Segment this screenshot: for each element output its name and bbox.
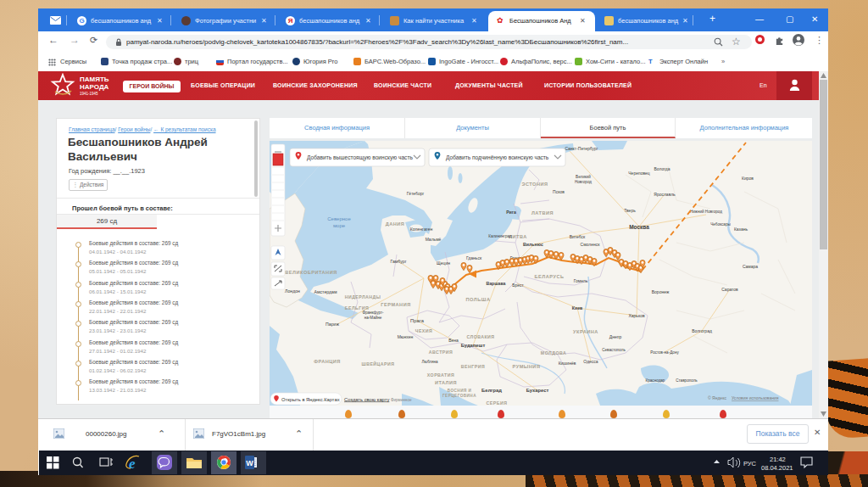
svg-text:Копенгаген: Копенгаген bbox=[410, 227, 433, 232]
svg-text:21:42: 21:42 bbox=[770, 456, 786, 463]
svg-text:Чебоксары: Чебоксары bbox=[710, 222, 731, 227]
svg-text:Нижний Новгород: Нижний Новгород bbox=[690, 209, 722, 214]
svg-text:Калининград: Калининград bbox=[488, 234, 512, 238]
svg-text:Днепр: Днепр bbox=[609, 334, 622, 339]
svg-text:Фирменное: Фирменное bbox=[391, 398, 412, 402]
svg-text:Казань: Казань bbox=[734, 227, 748, 232]
svg-text:Витебск: Витебск bbox=[570, 234, 586, 239]
svg-text:Вильнюс: Вильнюс bbox=[523, 242, 543, 247]
svg-text:Одесса: Одесса bbox=[583, 359, 598, 364]
svg-text:Воронеж: Воронеж bbox=[652, 289, 670, 294]
svg-text:НИДЕРЛАНДЫ: НИДЕРЛАНДЫ bbox=[345, 294, 381, 299]
svg-text:Амстердам: Амстердам bbox=[314, 289, 337, 294]
svg-text:Харьков: Харьков bbox=[628, 313, 645, 318]
svg-text:Москва: Москва bbox=[629, 224, 649, 230]
svg-text:Смоленск: Смоленск bbox=[581, 242, 601, 247]
svg-text:e: e bbox=[129, 456, 136, 472]
svg-text:БЕЛАРУСЬ: БЕЛАРУСЬ bbox=[535, 274, 565, 279]
svg-text:УКРАИНА: УКРАИНА bbox=[573, 329, 598, 334]
svg-text:Псков: Псков bbox=[553, 189, 565, 194]
svg-text:Вологда: Вологда bbox=[654, 166, 670, 171]
svg-text:Гданьск: Гданьск bbox=[466, 255, 482, 260]
svg-text:Рига: Рига bbox=[506, 210, 516, 215]
svg-text:Гамбург: Гамбург bbox=[390, 259, 406, 264]
svg-text:Санкт-Петербург: Санкт-Петербург bbox=[565, 146, 598, 151]
svg-text:Мальмё: Мальмё bbox=[426, 237, 442, 242]
svg-text:W: W bbox=[246, 459, 253, 467]
svg-text:Саратов: Саратов bbox=[721, 287, 738, 292]
svg-text:БОСНИЯ И: БОСНИЯ И bbox=[448, 389, 472, 393]
svg-text:Северное: Северное bbox=[327, 216, 351, 221]
svg-text:РУС: РУС bbox=[743, 460, 757, 467]
svg-text:Самара: Самара bbox=[743, 264, 758, 269]
svg-text:Киров: Киров bbox=[742, 176, 754, 181]
svg-text:Великий: Великий bbox=[576, 174, 591, 179]
svg-text:на-Майне: на-Майне bbox=[364, 315, 382, 320]
svg-text:Франкфурт-: Франкфурт- bbox=[362, 311, 384, 315]
svg-text:Варшава: Варшава bbox=[486, 281, 505, 286]
svg-text:Новгород: Новгород bbox=[575, 180, 592, 184]
svg-text:Мюнхен: Мюнхен bbox=[398, 334, 414, 339]
svg-text:СЛОВАКИЯ: СЛОВАКИЯ bbox=[466, 334, 494, 339]
svg-text:Лондон: Лондон bbox=[285, 288, 300, 294]
svg-text:Бухарест: Бухарест bbox=[526, 388, 549, 393]
svg-text:Вена: Вена bbox=[448, 338, 459, 343]
svg-text:Краснодар: Краснодар bbox=[646, 378, 665, 383]
svg-text:Добавить вышестоящую воинскую: Добавить вышестоящую воинскую часть bbox=[307, 154, 413, 161]
svg-text:море: море bbox=[333, 223, 346, 228]
svg-text:Гётеборг: Гётеборг bbox=[407, 191, 425, 196]
svg-text:ФРАНЦИЯ: ФРАНЦИЯ bbox=[314, 359, 341, 364]
svg-text:ВЕНГРИЯ: ВЕНГРИЯ bbox=[461, 364, 485, 369]
svg-text:ИТАЛИЯ: ИТАЛИЯ bbox=[435, 380, 457, 385]
svg-text:Создать свою карту: Создать свою карту bbox=[344, 397, 389, 402]
svg-text:08.04.2021: 08.04.2021 bbox=[761, 464, 793, 472]
svg-text:ЧЕХИЯ: ЧЕХИЯ bbox=[415, 328, 433, 333]
svg-text:Белград: Белград bbox=[481, 388, 502, 393]
svg-text:Ярославль: Ярославль bbox=[654, 192, 676, 197]
svg-text:ЛАТВИЯ: ЛАТВИЯ bbox=[531, 210, 554, 216]
svg-text:ШВЕЙЦАРИЯ: ШВЕЙЦАРИЯ bbox=[361, 361, 394, 367]
svg-text:ПОЛЬША: ПОЛЬША bbox=[466, 297, 491, 302]
svg-text:Ставрополь: Ставрополь bbox=[676, 378, 698, 383]
svg-text:ДАНИЯ: ДАНИЯ bbox=[386, 221, 405, 227]
svg-text:МОЛДОВА: МОЛДОВА bbox=[541, 350, 566, 355]
svg-text:Прага: Прага bbox=[410, 318, 425, 323]
svg-text:ХОРВАТИЯ: ХОРВАТИЯ bbox=[427, 372, 454, 378]
svg-text:Гомель: Гомель bbox=[574, 278, 588, 283]
svg-text:ЭСТОНИЯ: ЭСТОНИЯ bbox=[521, 182, 548, 187]
svg-text:Любляна: Любляна bbox=[421, 360, 438, 364]
svg-text:Череповец: Череповец bbox=[628, 171, 650, 176]
svg-text:ГЕРМАНИЯ: ГЕРМАНИЯ bbox=[381, 302, 410, 307]
svg-text:Тверь: Тверь bbox=[624, 208, 636, 213]
svg-text:Севастополь: Севастополь bbox=[602, 348, 626, 352]
svg-text:Щецин: Щецин bbox=[437, 260, 450, 266]
svg-text:Кишинёв: Кишинёв bbox=[559, 361, 576, 366]
svg-text:© Яндекс: © Яндекс bbox=[708, 395, 726, 400]
svg-text:Условия использования: Условия использования bbox=[732, 395, 779, 400]
svg-text:Киев: Киев bbox=[572, 305, 582, 311]
svg-text:Добавить подчинённую воинскую: Добавить подчинённую воинскую часть bbox=[446, 154, 549, 161]
svg-text:Брест: Брест bbox=[512, 283, 524, 288]
svg-text:Париж: Париж bbox=[326, 322, 339, 327]
svg-text:РУМЫНИЯ: РУМЫНИЯ bbox=[513, 364, 541, 369]
svg-text:ВЕЛИКОБРИТАНИЯ: ВЕЛИКОБРИТАНИЯ bbox=[285, 270, 337, 275]
svg-text:АВСТРИЯ: АВСТРИЯ bbox=[429, 350, 453, 355]
svg-text:Ростов-на-Дону: Ростов-на-Дону bbox=[650, 350, 679, 355]
svg-text:Открыть в Яндекс.Картах: Открыть в Яндекс.Картах bbox=[281, 397, 340, 402]
svg-text:ГЕРЦЕГОВИНА: ГЕРЦЕГОВИНА bbox=[442, 394, 476, 398]
svg-text:Волгоград: Волгоград bbox=[692, 328, 712, 333]
svg-text:Будапешт: Будапешт bbox=[461, 343, 486, 348]
